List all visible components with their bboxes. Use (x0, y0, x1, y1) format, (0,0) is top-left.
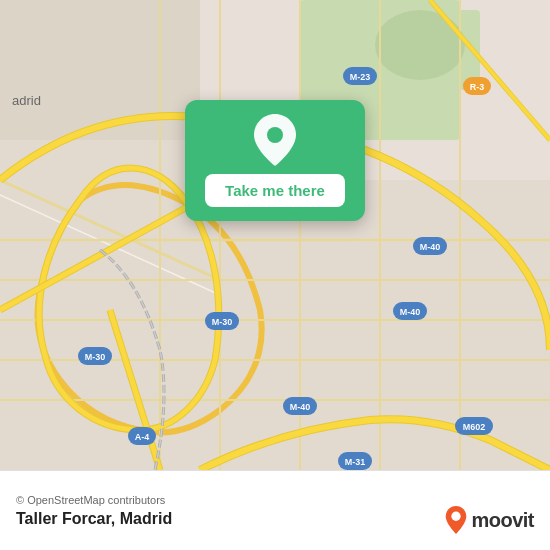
svg-rect-8 (200, 180, 550, 470)
svg-text:M-40: M-40 (420, 242, 441, 252)
svg-text:M-30: M-30 (85, 352, 106, 362)
svg-text:M-40: M-40 (400, 307, 421, 317)
moovit-logo: moovit (445, 506, 534, 534)
svg-point-5 (375, 10, 465, 80)
location-pin-icon (253, 114, 297, 166)
svg-text:R-3: R-3 (470, 82, 485, 92)
svg-text:M-23: M-23 (350, 72, 371, 82)
svg-point-50 (452, 512, 461, 521)
svg-text:A-4: A-4 (135, 432, 150, 442)
moovit-brand-text: moovit (471, 509, 534, 532)
bottom-bar: © OpenStreetMap contributors Taller Forc… (0, 470, 550, 550)
map-container: M-30 M-30 M-23 M-40 M-40 M-40 R-3 M602 M… (0, 0, 550, 470)
svg-text:M-30: M-30 (212, 317, 233, 327)
svg-text:M-31: M-31 (345, 457, 366, 467)
moovit-pin-icon (445, 506, 467, 534)
svg-text:M602: M602 (463, 422, 486, 432)
svg-text:M-40: M-40 (290, 402, 311, 412)
svg-text:adrid: adrid (12, 93, 41, 108)
take-me-there-button[interactable]: Take me there (205, 174, 345, 207)
card-overlay: Take me there (185, 100, 365, 221)
map-svg: M-30 M-30 M-23 M-40 M-40 M-40 R-3 M602 M… (0, 0, 550, 470)
map-attribution: © OpenStreetMap contributors (16, 494, 534, 506)
location-icon-wrapper (251, 116, 299, 164)
svg-point-49 (267, 127, 283, 143)
